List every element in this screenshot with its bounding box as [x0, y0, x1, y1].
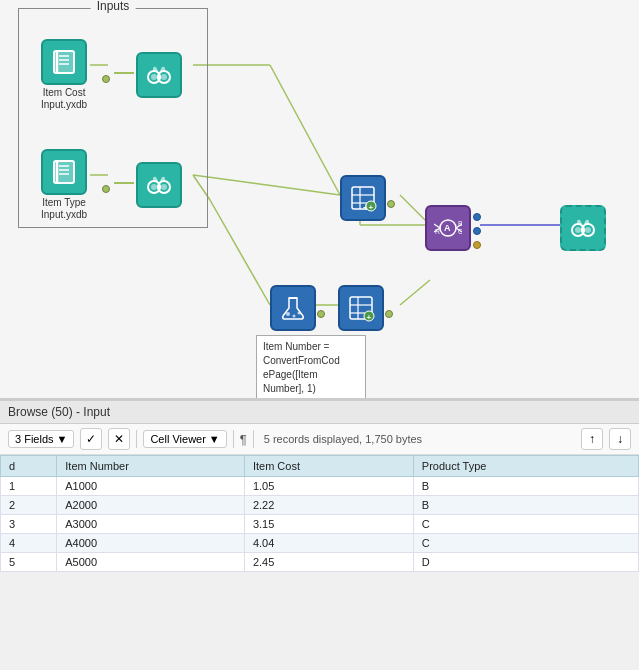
formula1-node[interactable]: + +: [340, 175, 386, 221]
check-icon: ✓: [86, 432, 96, 446]
cell-viewer-arrow: ▼: [209, 433, 220, 445]
join-node[interactable]: A B C R: [425, 205, 471, 251]
col-header-product-type: Product Type: [413, 456, 638, 477]
svg-point-21: [151, 74, 157, 80]
inputs-group: Inputs Item CostInput.yxdb: [18, 8, 208, 228]
cell-row1-col1: A1000: [57, 477, 245, 496]
conn-dot-f2: [385, 307, 393, 321]
cell-row3-col1: A3000: [57, 515, 245, 534]
cell-viewer-button[interactable]: Cell Viewer ▼: [143, 430, 226, 448]
x-icon: ✕: [114, 432, 124, 446]
flask-icon: [279, 294, 307, 322]
book2-icon: [50, 158, 78, 186]
svg-line-12: [210, 200, 270, 305]
table-row: 3A30003.15C: [1, 515, 639, 534]
browse2-node[interactable]: [136, 162, 182, 208]
browse2-icon[interactable]: [136, 162, 182, 208]
svg-text:B: B: [458, 220, 462, 227]
fields-dropdown-arrow: ▼: [57, 433, 68, 445]
cell-row2-col0: 2: [1, 496, 57, 515]
input1-label: Item CostInput.yxdb: [41, 87, 87, 111]
check-btn[interactable]: ✓: [80, 428, 102, 450]
input1-icon[interactable]: [41, 39, 87, 85]
x-btn[interactable]: ✕: [108, 428, 130, 450]
multirow-icon[interactable]: [270, 285, 316, 331]
svg-point-53: [575, 227, 581, 233]
cell-row1-col3: B: [413, 477, 638, 496]
nav-up-btn[interactable]: ↑: [581, 428, 603, 450]
svg-point-54: [585, 227, 591, 233]
col-header-d: d: [1, 456, 57, 477]
cell-row3-col0: 3: [1, 515, 57, 534]
browse3-icon[interactable]: [560, 205, 606, 251]
join-icon[interactable]: A B C R: [425, 205, 471, 251]
conn-dot-m1: [317, 307, 325, 321]
tooltip-text: Item Number = ConvertFromCod ePage([Item…: [263, 341, 340, 394]
table-header-row: d Item Number Item Cost Product Type: [1, 456, 639, 477]
cell-row3-col3: C: [413, 515, 638, 534]
cell-row5-col3: D: [413, 553, 638, 572]
binoculars3-icon: [569, 214, 597, 242]
formula2-icon-svg: +: [347, 294, 375, 322]
col-header-item-cost: Item Cost: [244, 456, 413, 477]
cell-row4-col0: 4: [1, 534, 57, 553]
para-icon: ¶: [240, 432, 247, 447]
panel-title-bar: Browse (50) - Input: [0, 401, 639, 424]
svg-point-58: [298, 312, 301, 315]
svg-text:A: A: [444, 223, 451, 233]
conn-dot-1: [102, 72, 110, 86]
svg-rect-34: [157, 185, 161, 189]
binoculars2-icon: [145, 171, 173, 199]
cell-row4-col1: A4000: [57, 534, 245, 553]
fields-label: 3 Fields: [15, 433, 54, 445]
table-row: 4A40004.04C: [1, 534, 639, 553]
svg-line-3: [270, 65, 340, 195]
svg-point-33: [161, 184, 167, 190]
conn-dot-2: [102, 182, 110, 196]
browse1-node[interactable]: [136, 52, 182, 98]
svg-point-32: [151, 184, 157, 190]
formula2-node[interactable]: +: [338, 285, 384, 331]
formula1-icon[interactable]: + +: [340, 175, 386, 221]
formula-tooltip: Item Number = ConvertFromCod ePage([Item…: [256, 335, 366, 400]
cell-row2-col2: 2.22: [244, 496, 413, 515]
svg-text:+: +: [369, 203, 374, 212]
cell-viewer-label: Cell Viewer: [150, 433, 205, 445]
cell-row1-col2: 1.05: [244, 477, 413, 496]
panel-title: Browse (50) - Input: [8, 405, 110, 419]
workflow-canvas: Inputs Item CostInput.yxdb: [0, 0, 639, 400]
svg-rect-23: [157, 75, 161, 79]
conn-dot-f1: [387, 197, 395, 211]
binoculars-icon: [145, 61, 173, 89]
separator3: [253, 430, 254, 448]
cell-row1-col0: 1: [1, 477, 57, 496]
cell-row4-col3: C: [413, 534, 638, 553]
svg-line-4: [193, 175, 340, 195]
formula2-icon[interactable]: +: [338, 285, 384, 331]
formula-icon: + +: [349, 184, 377, 212]
svg-point-57: [293, 315, 296, 318]
input2-label: Item TypeInput.yxdb: [41, 197, 87, 221]
cell-row2-col3: B: [413, 496, 638, 515]
toolbar-row: 3 Fields ▼ ✓ ✕ Cell Viewer ▼ ¶ 5 records…: [0, 424, 639, 455]
input1-node[interactable]: Item CostInput.yxdb: [41, 39, 87, 111]
input2-icon[interactable]: [41, 149, 87, 195]
svg-text:R: R: [435, 228, 440, 235]
browse1-icon[interactable]: [136, 52, 182, 98]
cell-row5-col2: 2.45: [244, 553, 413, 572]
join-outputs: [473, 213, 481, 249]
book-icon: [50, 48, 78, 76]
data-table: d Item Number Item Cost Product Type 1A1…: [0, 455, 639, 572]
join-spider-icon: A B C R: [434, 214, 462, 242]
fields-button[interactable]: 3 Fields ▼: [8, 430, 74, 448]
browse3-node[interactable]: [560, 205, 606, 251]
cell-row4-col2: 4.04: [244, 534, 413, 553]
nav-down-btn[interactable]: ↓: [609, 428, 631, 450]
cell-row2-col1: A2000: [57, 496, 245, 515]
multirow-node[interactable]: [270, 285, 316, 331]
col-header-item-number: Item Number: [57, 456, 245, 477]
cell-row3-col2: 3.15: [244, 515, 413, 534]
svg-text:C: C: [458, 228, 462, 235]
input2-node[interactable]: Item TypeInput.yxdb: [41, 149, 87, 221]
separator2: [233, 430, 234, 448]
